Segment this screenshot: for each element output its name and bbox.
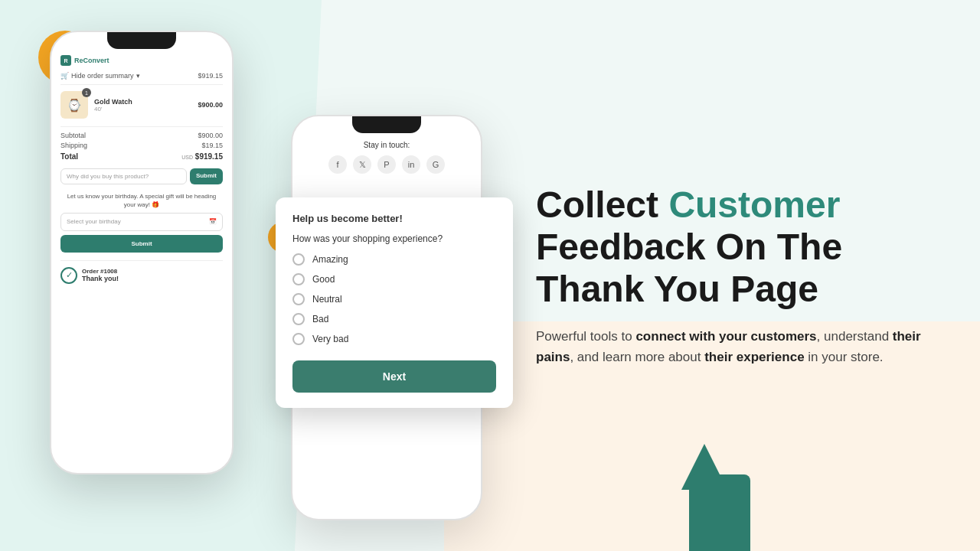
twitter-icon[interactable]: 𝕏	[353, 155, 371, 174]
divider-1	[60, 126, 223, 127]
check-circle-icon: ✓	[60, 267, 77, 284]
reconvert-logo: R ReConvert	[60, 55, 223, 66]
calendar-icon: 📅	[209, 217, 217, 226]
option-amazing[interactable]: Amazing	[292, 253, 496, 266]
linkedin-icon[interactable]: in	[402, 155, 420, 174]
radio-neutral[interactable]	[292, 293, 305, 305]
product-image: ⌚ 1	[60, 91, 88, 119]
birthday-input[interactable]: Select your birthday 📅	[60, 213, 223, 230]
feedback-question: How was your shopping experience?	[292, 233, 496, 244]
label-very-bad: Very bad	[312, 334, 348, 344]
headline-accent1: Customer	[668, 184, 840, 225]
order-complete: ✓ Order #1008 Thank you!	[60, 260, 223, 284]
subtext: Powerful tools to connect with your cust…	[536, 326, 949, 367]
headline-part3: On The	[705, 227, 842, 267]
radio-amazing[interactable]	[292, 253, 305, 266]
birthday-submit-button[interactable]: Submit	[60, 235, 223, 253]
total-row: Total USD $919.15	[60, 152, 223, 161]
feedback-modal: Help us become better! How was your shop…	[276, 197, 513, 408]
headline-line2: Thank You Page	[536, 269, 818, 309]
cart-icon: 🛒	[60, 72, 69, 80]
birthday-section: Let us know your birthday. A special gif…	[60, 192, 223, 253]
subtotal-row: Subtotal $900.00	[60, 132, 223, 139]
feedback-modal-title: Help us become better!	[292, 213, 496, 224]
shipping-row: Shipping $19.15	[60, 142, 223, 149]
option-bad[interactable]: Bad	[292, 313, 496, 325]
order-summary-header: 🛒 Hide order summary ▾ $919.15	[60, 72, 223, 85]
survey-submit-button[interactable]: Submit	[190, 168, 223, 184]
headline-part1: Collect	[536, 184, 668, 225]
stay-in-touch-label: Stay in touch:	[303, 141, 470, 149]
main-headline: Collect Customer Feedback On The Thank Y…	[536, 184, 949, 311]
right-text-section: Collect Customer Feedback On The Thank Y…	[536, 184, 949, 367]
product-row: ⌚ 1 Gold Watch 40' $900.00	[60, 91, 223, 119]
radio-bad[interactable]	[292, 313, 305, 325]
thank-you-text: Thank you!	[82, 275, 119, 282]
product-info: Gold Watch 40'	[94, 98, 191, 112]
phone-notch-left	[107, 32, 176, 49]
next-button[interactable]: Next	[292, 360, 496, 393]
label-neutral: Neutral	[312, 294, 342, 305]
label-bad: Bad	[312, 314, 328, 324]
option-good[interactable]: Good	[292, 273, 496, 285]
product-price: $900.00	[198, 101, 223, 109]
survey-input-row[interactable]: Why did you buy this product? Submit	[60, 168, 223, 184]
phone-notch-right	[352, 116, 421, 133]
product-name: Gold Watch	[94, 98, 191, 106]
facebook-icon[interactable]: f	[328, 155, 347, 174]
survey-input[interactable]: Why did you buy this product?	[60, 168, 187, 184]
product-size: 40'	[94, 106, 191, 112]
bg-teal-rect	[689, 474, 750, 551]
product-badge: 1	[82, 88, 91, 97]
option-very-bad[interactable]: Very bad	[292, 333, 496, 345]
order-number: Order #1008	[82, 268, 119, 275]
pinterest-icon[interactable]: P	[377, 155, 396, 174]
radio-good[interactable]	[292, 273, 305, 285]
social-icons-row: f 𝕏 P in G	[303, 155, 470, 174]
radio-very-bad[interactable]	[292, 333, 305, 345]
google-icon[interactable]: G	[426, 155, 445, 174]
label-amazing: Amazing	[312, 254, 348, 265]
headline-part2: Feedback	[536, 227, 705, 267]
option-neutral[interactable]: Neutral	[292, 293, 496, 305]
reconvert-logo-icon: R	[60, 55, 71, 66]
label-good: Good	[312, 274, 335, 285]
phone-left: R ReConvert 🛒 Hide order summary ▾ $919.…	[50, 31, 234, 474]
order-summary-left: 🛒 Hide order summary ▾	[60, 72, 140, 80]
